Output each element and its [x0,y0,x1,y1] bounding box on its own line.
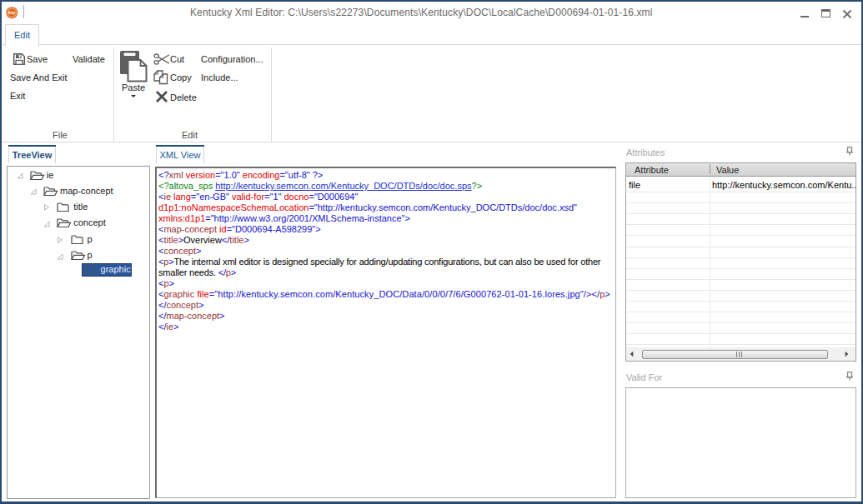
svg-text:kty: kty [8,10,16,15]
